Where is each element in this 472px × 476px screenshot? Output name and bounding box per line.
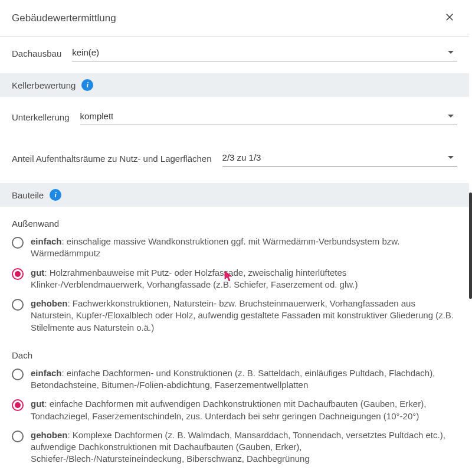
radio-icon xyxy=(12,431,24,442)
scrollbar-track[interactable] xyxy=(469,32,472,476)
section-keller-header: Kellerbewertung i xyxy=(0,73,469,97)
radio-text: gehoben: Fachwerkkonstruktionen, Naturst… xyxy=(31,298,457,334)
chevron-down-icon xyxy=(448,156,454,159)
radio-dach-gehoben[interactable]: gehoben: Komplexe Dachformen (z. B. Walm… xyxy=(0,426,469,469)
radio-icon xyxy=(12,369,24,380)
radio-dach-gut[interactable]: gut: einfache Dachformen mit aufwendigen… xyxy=(0,395,469,426)
radio-aussenwand-einfach[interactable]: einfach: einschalige massive Wandkonstru… xyxy=(0,232,469,263)
info-icon[interactable]: i xyxy=(50,189,61,201)
close-icon xyxy=(444,15,455,24)
dachausbau-value: kein(e) xyxy=(72,47,448,57)
section-keller-title: Kellerbewertung xyxy=(12,80,76,90)
section-bauteile-header: Bauteile i xyxy=(0,183,469,207)
radio-icon xyxy=(12,399,24,411)
group-fenster-label: Fenster xyxy=(0,469,469,477)
section-bauteile-body: Außenwand einfach: einschalige massive W… xyxy=(0,207,469,476)
group-aussenwand-label: Außenwand xyxy=(0,210,469,232)
radio-icon xyxy=(12,299,24,311)
info-icon[interactable]: i xyxy=(81,79,93,91)
group-dach-label: Dach xyxy=(0,337,469,364)
unterkellerung-dropdown[interactable]: komplett xyxy=(80,109,457,125)
radio-text: einfach: einschalige massive Wandkonstru… xyxy=(31,236,457,260)
radio-aussenwand-gut[interactable]: gut: Holzrahmenbauweise mit Putz- oder H… xyxy=(0,263,469,295)
radio-text: einfach: einfache Dachformen- und Konstr… xyxy=(31,367,457,392)
dachausbau-dropdown[interactable]: kein(e) xyxy=(72,45,457,61)
dialog: Gebäudewertermittlung Dachausbau kein(e)… xyxy=(0,0,469,476)
close-button[interactable] xyxy=(442,9,457,27)
radio-dach-einfach[interactable]: einfach: einfache Dachformen- und Konstr… xyxy=(0,364,469,395)
dialog-content: Dachausbau kein(e) Kellerbewertung i Unt… xyxy=(0,37,469,476)
radio-aussenwand-gehoben[interactable]: gehoben: Fachwerkkonstruktionen, Naturst… xyxy=(0,294,469,337)
dachausbau-row: Dachausbau kein(e) xyxy=(0,37,469,70)
chevron-down-icon xyxy=(448,115,454,118)
radio-text: gehoben: Komplexe Dachformen (z. B. Walm… xyxy=(31,429,457,465)
unterkellerung-row: Unterkellerung komplett xyxy=(0,100,469,133)
radio-icon xyxy=(12,268,24,280)
anteil-row: Anteil Aufenthaltsräume zu Nutz- und Lag… xyxy=(0,133,469,175)
dachausbau-label: Dachausbau xyxy=(12,48,61,58)
chevron-down-icon xyxy=(448,51,454,54)
radio-icon xyxy=(12,237,24,249)
anteil-label: Anteil Aufenthaltsräume zu Nutz- und Lag… xyxy=(12,154,212,164)
anteil-dropdown[interactable]: 2/3 zu 1/3 xyxy=(222,150,457,167)
unterkellerung-label: Unterkellerung xyxy=(12,112,70,122)
anteil-value: 2/3 zu 1/3 xyxy=(222,152,448,162)
scrollbar-thumb[interactable] xyxy=(469,193,472,299)
dialog-title: Gebäudewertermittlung xyxy=(12,12,116,24)
radio-text: gut: einfache Dachformen mit aufwendigen… xyxy=(31,398,457,422)
dialog-header: Gebäudewertermittlung xyxy=(0,0,469,37)
unterkellerung-value: komplett xyxy=(80,111,448,121)
section-keller-body: Unterkellerung komplett Anteil Aufenthal… xyxy=(0,97,469,180)
section-bauteile-title: Bauteile xyxy=(12,190,44,200)
radio-text: gut: Holzrahmenbauweise mit Putz- oder H… xyxy=(31,267,457,291)
